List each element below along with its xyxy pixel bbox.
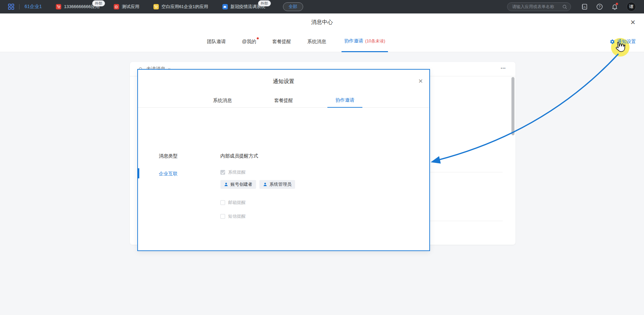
external-badge: 外部 — [258, 0, 271, 6]
app-name: 测试应用 — [122, 4, 139, 10]
app-name: 空白应用61企业1的应用 — [162, 4, 208, 10]
tag-label: 系统管理员 — [270, 181, 291, 187]
active-type-indicator — [138, 168, 139, 178]
remind-method-header: 内部成员提醒方式 — [220, 153, 258, 159]
tab-label: 协作邀请 — [344, 38, 363, 44]
modal-tabs: 系统消息 套餐提醒 协作邀请 — [138, 93, 429, 108]
app-search[interactable] — [507, 2, 571, 11]
tag-label: 账号创建者 — [230, 181, 252, 187]
option-label: 系统提醒 — [228, 169, 246, 175]
app-tab-4[interactable]: 新冠疫情流调系统 外部 — [222, 0, 265, 13]
notification-settings-modal: 通知设置 ✕ 系统消息 套餐提醒 协作邀请 消息类型 企业互联 内部成员提醒方式… — [137, 69, 430, 251]
tab-collaboration-invite[interactable]: 协作邀请 (10条未读) — [342, 31, 388, 52]
option-sms-remind[interactable]: 短信提醒 — [220, 213, 246, 219]
checkbox-unchecked[interactable] — [220, 214, 225, 219]
notifications-bell-icon[interactable] — [611, 3, 618, 10]
tab-system-message[interactable]: 系统消息 — [307, 31, 327, 52]
unread-count: (10条未读) — [365, 38, 385, 44]
tab-label: 系统消息 — [307, 39, 326, 45]
tab-label: 协作邀请 — [335, 97, 354, 103]
tab-at-me[interactable]: @我的 — [241, 31, 257, 52]
modal-close-icon[interactable]: ✕ — [417, 78, 424, 84]
message-type-enterprise-link[interactable]: 企业互联 — [159, 171, 178, 177]
option-email-remind[interactable]: 邮箱提醒 — [220, 200, 246, 206]
tag-system-admin[interactable]: 系统管理员 — [259, 180, 295, 189]
search-icon — [562, 4, 567, 9]
person-icon — [263, 182, 267, 186]
notification-settings-button[interactable]: 通知设置 — [610, 31, 636, 52]
search-input[interactable] — [512, 4, 562, 9]
tab-label: 系统消息 — [213, 98, 232, 104]
workspace-link[interactable]: 61企业1 — [25, 4, 42, 10]
close-icon[interactable]: ✕ — [629, 19, 637, 26]
scrollbar-thumb[interactable] — [511, 77, 514, 135]
person-icon — [224, 182, 228, 186]
checkbox-unchecked[interactable] — [220, 200, 225, 205]
tab-label: @我的 — [242, 39, 256, 45]
option-label: 邮箱提醒 — [228, 200, 246, 206]
settings-link-label: 通知设置 — [617, 39, 636, 45]
recipient-tags: 账号创建者 系统管理员 — [220, 180, 295, 189]
app-tab-3[interactable]: 空白应用61企业1的应用 — [153, 0, 208, 13]
option-label: 短信提醒 — [228, 213, 246, 219]
external-badge: 外部 — [92, 0, 105, 6]
message-center-header: 消息中心 ✕ — [0, 13, 644, 31]
tab-label: 团队邀请 — [207, 39, 226, 45]
modal-tab-collaboration-invite[interactable]: 协作邀请 — [327, 93, 362, 108]
app-tab-1[interactable]: 13366666666应用 外部 — [56, 0, 100, 13]
unread-dot — [257, 37, 259, 39]
contacts-icon[interactable]: A — [581, 3, 588, 10]
topbar-divider — [19, 4, 20, 9]
cloud-app-icon — [222, 4, 228, 9]
tab-label: 套餐提醒 — [272, 39, 291, 45]
app-icon — [114, 4, 119, 9]
apps-grid-icon[interactable] — [8, 4, 14, 10]
cart-app-icon — [153, 4, 159, 9]
message-center-tabs-row: 团队邀请 @我的 套餐提醒 系统消息 协作邀请 (10条未读) 通知设置 — [0, 31, 644, 52]
all-apps-filter[interactable]: 全部 — [283, 2, 303, 11]
more-options-icon[interactable]: ••• — [501, 67, 506, 70]
svg-text:?: ? — [599, 5, 601, 9]
tab-team-invite[interactable]: 团队邀请 — [206, 31, 226, 52]
app-tab-2[interactable]: 测试应用 — [114, 0, 139, 13]
checkbox-checked-disabled[interactable] — [220, 170, 225, 175]
svg-text:A: A — [583, 5, 586, 9]
tab-plan-reminder[interactable]: 套餐提醒 — [272, 31, 292, 52]
cart-app-icon — [56, 4, 61, 9]
top-bar: 61企业1 13366666666应用 外部 测试应用 空白应用61企业1的应用… — [0, 0, 644, 13]
modal-header: 通知设置 ✕ — [138, 70, 429, 93]
user-avatar[interactable]: 谭 — [627, 2, 636, 11]
help-icon[interactable]: ? — [596, 3, 603, 10]
option-system-remind[interactable]: 系统提醒 — [220, 169, 246, 175]
gear-icon — [610, 39, 615, 44]
modal-title: 通知设置 — [273, 78, 294, 85]
tab-label: 套餐提醒 — [274, 98, 293, 104]
message-type-header: 消息类型 — [159, 153, 178, 159]
notification-dot — [616, 3, 618, 5]
message-center-tabs: 团队邀请 @我的 套餐提醒 系统消息 协作邀请 (10条未读) — [206, 31, 388, 52]
tag-account-creator[interactable]: 账号创建者 — [220, 180, 256, 189]
modal-tab-system-message[interactable]: 系统消息 — [205, 93, 240, 108]
modal-tab-plan-reminder[interactable]: 套餐提醒 — [266, 93, 301, 108]
page-title: 消息中心 — [0, 13, 644, 31]
